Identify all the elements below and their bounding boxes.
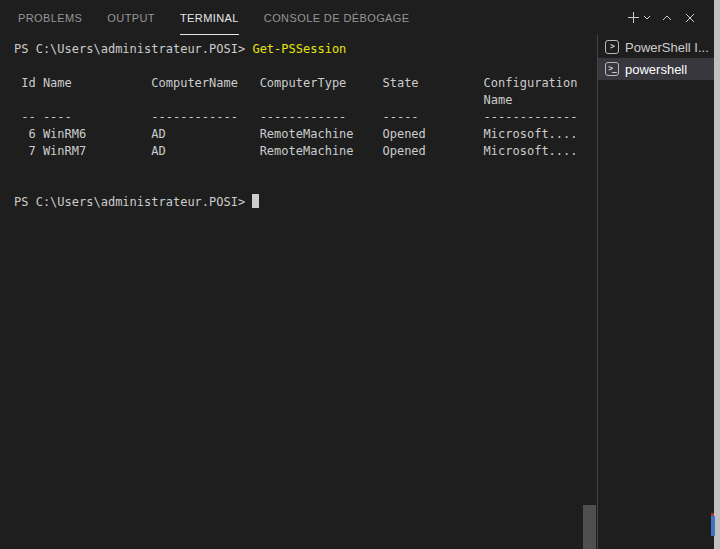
terminal-list-item-powershell-integrated[interactable]: > PowerShell I... [598, 36, 720, 58]
tab-output[interactable]: OUTPUT [107, 0, 155, 35]
terminal-buffer: PS C:\Users\administrateur.POSI> Get-PSS… [0, 35, 597, 211]
prompt-line-1: PS C:\Users\administrateur.POSI> [14, 42, 252, 56]
table-row: 6 WinRM6 AD RemoteMachine Opened Microso… [14, 127, 578, 141]
terminal-dropdown-button[interactable] [642, 10, 652, 26]
new-terminal-button[interactable] [625, 10, 641, 26]
terminal-scrollbar-thumb[interactable] [583, 505, 596, 549]
table-row: 7 WinRM7 AD RemoteMachine Opened Microso… [14, 144, 578, 158]
terminal-list-item-powershell[interactable]: >_ powershell [598, 58, 720, 80]
tab-problems[interactable]: PROBLEMS [18, 0, 82, 35]
chevron-up-icon [662, 15, 672, 21]
table-separator: -- ---- ------------ ------------ ----- … [14, 110, 578, 124]
window-edge-strip [714, 0, 720, 549]
command-text: Get-PSSession [252, 42, 346, 56]
prompt-line-2: PS C:\Users\administrateur.POSI> [14, 195, 252, 209]
window-edge-red-artifact [711, 513, 714, 516]
panel-body: PS C:\Users\administrateur.POSI> Get-PSS… [0, 35, 720, 549]
chevron-down-icon [643, 15, 651, 20]
panel-header: PROBLEMS OUTPUT TERMINAL CONSOLE DE DÉBO… [0, 0, 720, 35]
terminal-viewport[interactable]: PS C:\Users\administrateur.POSI> Get-PSS… [0, 35, 597, 549]
table-header-line-2: Name [14, 93, 513, 107]
table-header-line-1: Id Name ComputerName ComputerType State … [14, 76, 578, 90]
tab-debug-console[interactable]: CONSOLE DE DÉBOGAGE [264, 0, 410, 35]
terminal-list-item-label: powershell [625, 62, 687, 77]
terminal-list-item-label: PowerShell I... [625, 40, 709, 55]
terminal-cursor [252, 194, 259, 208]
close-panel-button[interactable] [682, 10, 698, 26]
close-icon [685, 13, 695, 23]
terminal-tabs-list: > PowerShell I... >_ powershell [598, 35, 720, 549]
maximize-panel-button[interactable] [659, 10, 675, 26]
window-edge-blue-artifact [711, 516, 715, 536]
tab-terminal[interactable]: TERMINAL [180, 0, 239, 35]
panel-tab-bar: PROBLEMS OUTPUT TERMINAL CONSOLE DE DÉBO… [0, 0, 410, 35]
powershell-session-icon: > [605, 40, 619, 54]
plus-icon [627, 11, 640, 24]
terminal-icon: >_ [605, 62, 619, 76]
panel-actions [625, 0, 720, 35]
